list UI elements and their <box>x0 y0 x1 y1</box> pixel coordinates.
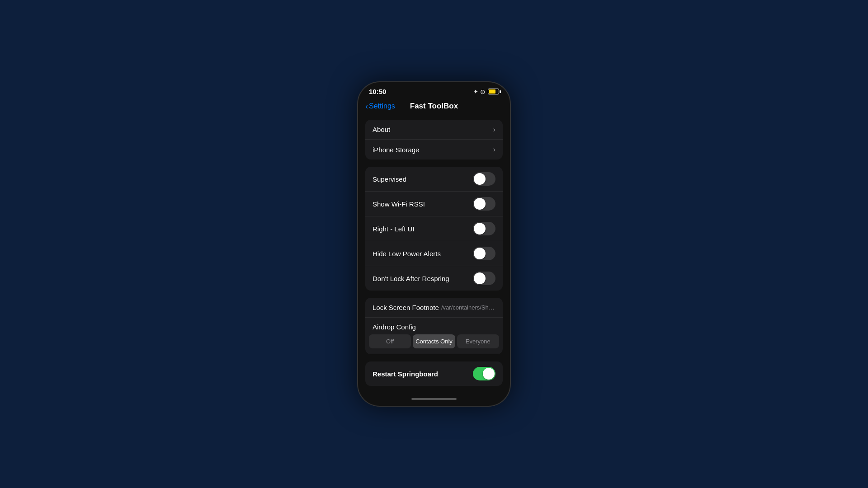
status-icons: ✈ ⊙ <box>473 88 499 95</box>
wifi-rssi-toggle[interactable] <box>473 197 495 211</box>
iphone-storage-right: › <box>493 145 495 154</box>
mute-button <box>357 118 358 132</box>
wifi-rssi-label: Show Wi-Fi RSSI <box>373 200 425 208</box>
battery-fill <box>489 89 495 94</box>
dont-lock-toggle-knob <box>474 272 486 284</box>
dont-lock-label: Don't Lock After Respring <box>373 275 449 282</box>
about-chevron-icon: › <box>493 126 495 134</box>
about-label: About <box>373 126 390 133</box>
restart-springboard-label: Restart Springboard <box>373 370 438 378</box>
section-about: About › iPhone Storage › <box>365 120 503 160</box>
airplane-icon: ✈ <box>473 89 478 95</box>
airdrop-contacts-only-button[interactable]: Contacts Only <box>413 334 455 348</box>
lock-screen-footnote-item[interactable]: Lock Screen Footnote /var/containers/Sha… <box>365 298 503 318</box>
toggles-list-card: Supervised Show Wi-Fi RSSI Right - Left … <box>365 167 503 291</box>
restart-springboard-item[interactable]: Restart Springboard <box>365 361 503 386</box>
home-bar <box>411 398 457 400</box>
lock-screen-footnote-value: /var/containers/Sha... <box>441 304 495 311</box>
right-left-ui-toggle[interactable] <box>473 222 495 235</box>
page-title: Fast ToolBox <box>410 102 458 111</box>
hide-low-power-toggle-knob <box>474 248 486 259</box>
iphone-storage-chevron-icon: › <box>493 145 495 154</box>
lock-screen-footnote-label: Lock Screen Footnote <box>373 304 439 311</box>
supervised-toggle[interactable] <box>473 172 495 186</box>
hide-low-power-label: Hide Low Power Alerts <box>373 250 441 258</box>
restart-springboard-toggle[interactable] <box>473 367 495 380</box>
wifi-rssi-toggle-knob <box>474 198 486 210</box>
section-toggles: Supervised Show Wi-Fi RSSI Right - Left … <box>365 167 503 291</box>
about-list-card: About › iPhone Storage › <box>365 120 503 160</box>
dont-lock-item[interactable]: Don't Lock After Respring <box>365 266 503 291</box>
airdrop-config-section: Airdrop Config Off Contacts Only Everyon… <box>365 318 503 354</box>
right-left-ui-label: Right - Left UI <box>373 225 415 233</box>
supervised-toggle-knob <box>474 173 486 185</box>
airdrop-buttons: Off Contacts Only Everyone <box>365 334 503 354</box>
airdrop-off-button[interactable]: Off <box>369 334 411 348</box>
status-time: 10:50 <box>369 88 386 95</box>
hide-low-power-item[interactable]: Hide Low Power Alerts <box>365 241 503 266</box>
wifi-rssi-item[interactable]: Show Wi-Fi RSSI <box>365 192 503 216</box>
settings-content[interactable]: About › iPhone Storage › Supervised <box>358 115 510 392</box>
phone-frame: 10:50 ✈ ⊙ ‹ Settings Fast ToolBox About … <box>357 81 511 407</box>
home-indicator <box>358 392 510 406</box>
section-airdrop: Lock Screen Footnote /var/containers/Sha… <box>365 298 503 354</box>
supervised-label: Supervised <box>373 175 406 183</box>
iphone-storage-item[interactable]: iPhone Storage › <box>365 140 503 160</box>
battery-indicator <box>488 89 499 94</box>
back-label: Settings <box>369 102 395 110</box>
right-left-ui-item[interactable]: Right - Left UI <box>365 216 503 241</box>
power-button <box>510 127 511 155</box>
right-left-ui-toggle-knob <box>474 223 486 235</box>
back-button[interactable]: ‹ Settings <box>365 102 395 111</box>
wifi-icon: ⊙ <box>480 88 486 95</box>
volume-up-button <box>357 139 358 161</box>
section-restart: Restart Springboard <box>365 361 503 386</box>
volume-down-button <box>357 166 358 188</box>
airdrop-everyone-button[interactable]: Everyone <box>457 334 499 348</box>
iphone-storage-label: iPhone Storage <box>373 146 419 154</box>
airdrop-list-card: Lock Screen Footnote /var/containers/Sha… <box>365 298 503 354</box>
about-right: › <box>493 126 495 134</box>
restart-springboard-toggle-knob <box>483 368 495 380</box>
hide-low-power-toggle[interactable] <box>473 247 495 260</box>
back-chevron-icon: ‹ <box>365 102 368 111</box>
about-item[interactable]: About › <box>365 120 503 140</box>
supervised-item[interactable]: Supervised <box>365 167 503 192</box>
status-bar: 10:50 ✈ ⊙ <box>358 82 510 98</box>
restart-list-card: Restart Springboard <box>365 361 503 386</box>
dont-lock-toggle[interactable] <box>473 272 495 285</box>
nav-bar: ‹ Settings Fast ToolBox <box>358 98 510 115</box>
airdrop-config-label: Airdrop Config <box>365 318 503 334</box>
